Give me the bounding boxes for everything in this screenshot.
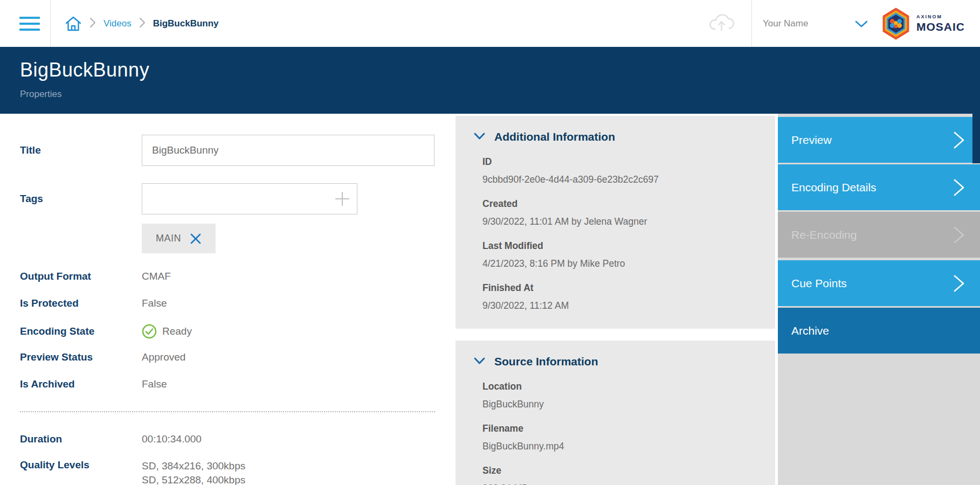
- tags-input[interactable]: [142, 184, 334, 213]
- actions-sidebar: Preview Encoding Details Re-Encoding: [778, 114, 980, 485]
- preview-status-row: Preview Status Approved: [20, 350, 456, 364]
- location-label: Location: [482, 381, 775, 392]
- cue-points-button[interactable]: Cue Points: [778, 260, 980, 306]
- check-circle-icon: [142, 324, 157, 339]
- title-input[interactable]: [142, 135, 434, 166]
- id-value: 9cbbd90f-2e0e-4d44-a309-6e23b2c2c697: [482, 174, 775, 185]
- preview-status-label: Preview Status: [20, 351, 142, 363]
- source-information-card: Source Information Location BigBuckBunny…: [456, 341, 775, 485]
- chevron-right-icon: [952, 129, 966, 151]
- quality-level-value: SD, 384x216, 300kbps: [142, 459, 245, 473]
- id-label: ID: [482, 156, 775, 168]
- user-menu[interactable]: Your Name: [752, 18, 868, 29]
- created-label: Created: [482, 198, 775, 210]
- breadcrumb-current: BigBuckBunny: [153, 18, 219, 29]
- page-header: BigBuckBunny Properties: [0, 47, 980, 114]
- title-label: Title: [20, 144, 142, 156]
- page-subtitle: Properties: [20, 89, 980, 100]
- is-protected-label: Is Protected: [20, 297, 142, 309]
- quality-level-value: SD, 512x288, 400kbps: [142, 473, 245, 485]
- info-panel: Additional Information ID 9cbbd90f-2e0e-…: [456, 114, 775, 485]
- breadcrumb-separator-icon: [89, 17, 96, 30]
- tags-input-box: [142, 183, 357, 214]
- mosaic-hexagon-icon: [881, 8, 911, 40]
- collapse-section-icon[interactable]: [474, 133, 485, 141]
- section-title: Source Information: [494, 355, 598, 368]
- properties-form: Title Tags MAIN: [0, 114, 456, 485]
- filename-label: Filename: [482, 423, 775, 434]
- logo-brand-bottom: MOSAIC: [916, 21, 965, 32]
- home-icon[interactable]: [65, 15, 82, 32]
- preview-button[interactable]: Preview: [778, 117, 980, 163]
- id-field: ID 9cbbd90f-2e0e-4d44-a309-6e23b2c2c697: [482, 156, 775, 185]
- additional-information-card: Additional Information ID 9cbbd90f-2e0e-…: [456, 116, 775, 329]
- is-protected-value: False: [142, 297, 167, 309]
- preview-status-value: Approved: [142, 351, 185, 363]
- quality-levels-row: Quality Levels SD, 384x216, 300kbps SD, …: [20, 459, 456, 485]
- tags-row: Tags: [20, 183, 456, 214]
- size-label: Size: [482, 465, 775, 476]
- breadcrumb: Videos BigBuckBunny: [65, 15, 219, 32]
- duration-row: Duration 00:10:34.000: [20, 432, 456, 446]
- encoding-state-label: Encoding State: [20, 325, 142, 337]
- chevron-right-icon: [952, 177, 966, 198]
- output-format-row: Output Format CMAF: [20, 269, 456, 283]
- content-area: Title Tags MAIN: [0, 114, 980, 485]
- chevron-right-icon: [952, 224, 966, 246]
- last-modified-label: Last Modified: [482, 240, 775, 252]
- created-field: Created 9/30/2022, 11:01 AM by Jelena Wa…: [482, 198, 775, 227]
- preview-button-label: Preview: [791, 134, 832, 147]
- filename-value: BigBuckBunny.mp4: [482, 441, 775, 452]
- tag-chip-row: MAIN: [20, 224, 456, 253]
- archive-button[interactable]: Archive: [778, 308, 980, 354]
- scrollbar-thumb[interactable]: [972, 47, 980, 163]
- location-field: Location BigBuckBunny: [482, 381, 775, 410]
- location-value: BigBuckBunny: [482, 399, 775, 410]
- finished-at-label: Finished At: [482, 282, 775, 294]
- axinom-mosaic-logo: AXINOM MOSAIC: [881, 8, 965, 40]
- last-modified-value: 4/21/2023, 8:16 PM by Mike Petro: [482, 258, 775, 269]
- hamburger-menu-icon[interactable]: [19, 17, 41, 31]
- breadcrumb-separator-icon: [139, 17, 146, 30]
- breadcrumb-videos-link[interactable]: Videos: [103, 18, 132, 29]
- output-format-value: CMAF: [142, 271, 171, 282]
- encoding-state-value: Ready: [162, 325, 192, 337]
- section-title: Additional Information: [494, 130, 615, 143]
- duration-label: Duration: [20, 433, 142, 445]
- filename-field: Filename BigBuckBunny.mp4: [482, 423, 775, 452]
- tag-chip-label: MAIN: [156, 233, 181, 244]
- is-archived-row: Is Archived False: [20, 377, 456, 391]
- section-divider: [20, 411, 435, 412]
- logo-brand-top: AXINOM: [916, 15, 965, 19]
- encoding-details-button-label: Encoding Details: [791, 181, 877, 194]
- re-encoding-button-label: Re-Encoding: [791, 228, 857, 241]
- last-modified-field: Last Modified 4/21/2023, 8:16 PM by Mike…: [482, 240, 775, 269]
- finished-at-field: Finished At 9/30/2022, 11:12 AM: [482, 282, 775, 311]
- is-protected-row: Is Protected False: [20, 296, 456, 310]
- page-title: BigBuckBunny: [20, 59, 980, 81]
- app-window: Videos BigBuckBunny Your Name: [0, 0, 980, 485]
- size-value: 263.34 MB: [482, 483, 775, 485]
- is-archived-label: Is Archived: [20, 378, 142, 390]
- cue-points-button-label: Cue Points: [791, 277, 847, 290]
- output-format-label: Output Format: [20, 271, 142, 282]
- collapse-section-icon[interactable]: [474, 357, 485, 366]
- tag-chip: MAIN: [142, 224, 216, 253]
- created-value: 9/30/2022, 11:01 AM by Jelena Wagner: [482, 216, 775, 227]
- user-name: Your Name: [763, 18, 808, 29]
- remove-tag-icon[interactable]: [190, 233, 202, 245]
- topbar-right: Your Name: [707, 0, 980, 47]
- chevron-down-icon: [855, 20, 868, 27]
- archive-button-label: Archive: [791, 324, 829, 337]
- upload-cloud-icon[interactable]: [707, 12, 735, 35]
- encoding-state-row: Encoding State Ready: [20, 323, 456, 340]
- encoding-details-button[interactable]: Encoding Details: [778, 164, 980, 210]
- quality-levels-label: Quality Levels: [20, 459, 142, 471]
- re-encoding-button: Re-Encoding: [778, 212, 980, 258]
- is-archived-value: False: [142, 378, 167, 390]
- topbar-divider: [50, 0, 51, 47]
- size-field: Size 263.34 MB: [482, 465, 775, 485]
- finished-at-value: 9/30/2022, 11:12 AM: [482, 300, 775, 311]
- add-tag-button[interactable]: [334, 191, 350, 207]
- top-bar: Videos BigBuckBunny Your Name: [0, 0, 980, 47]
